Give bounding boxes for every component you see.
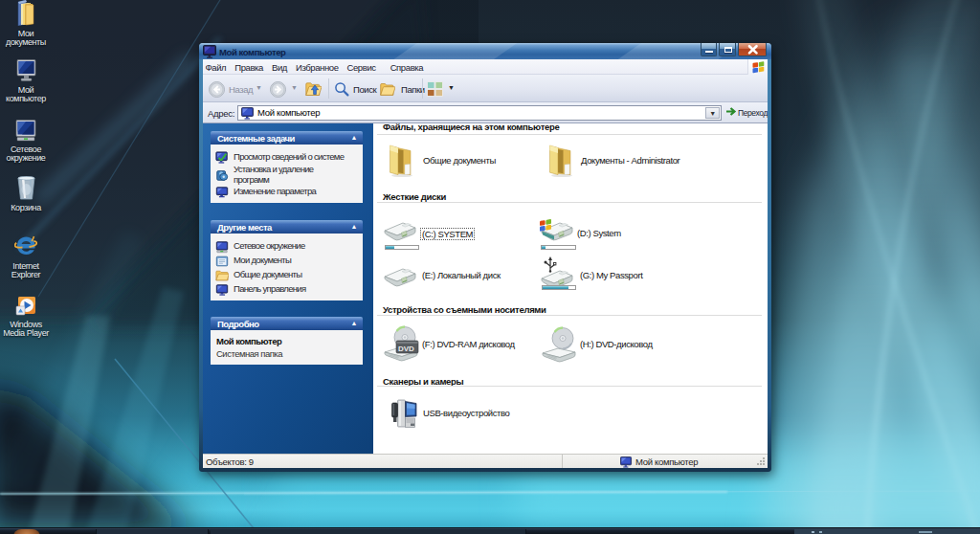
svg-text:DVD: DVD xyxy=(398,345,414,353)
